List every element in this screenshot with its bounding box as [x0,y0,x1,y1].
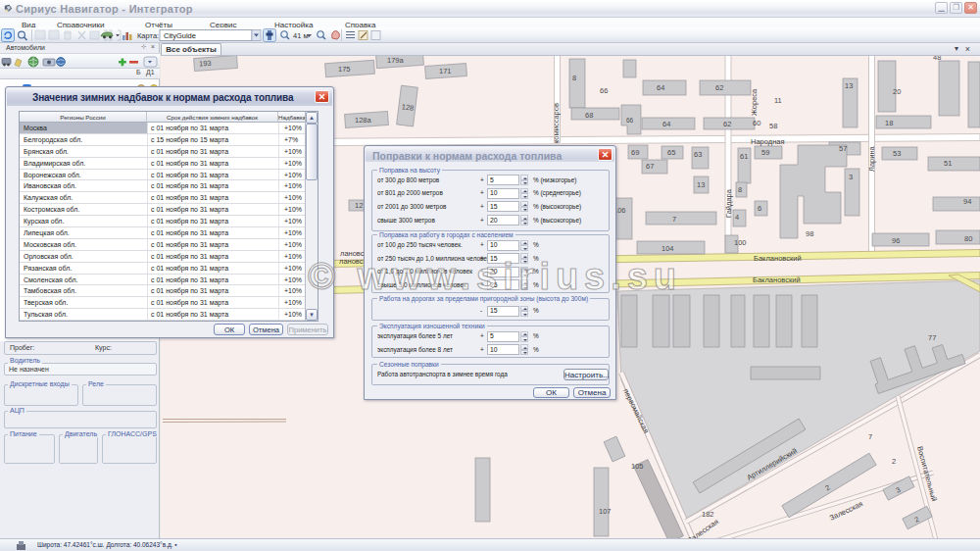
svg-text:© www.sirius.su: © www.sirius.su [308,256,676,297]
